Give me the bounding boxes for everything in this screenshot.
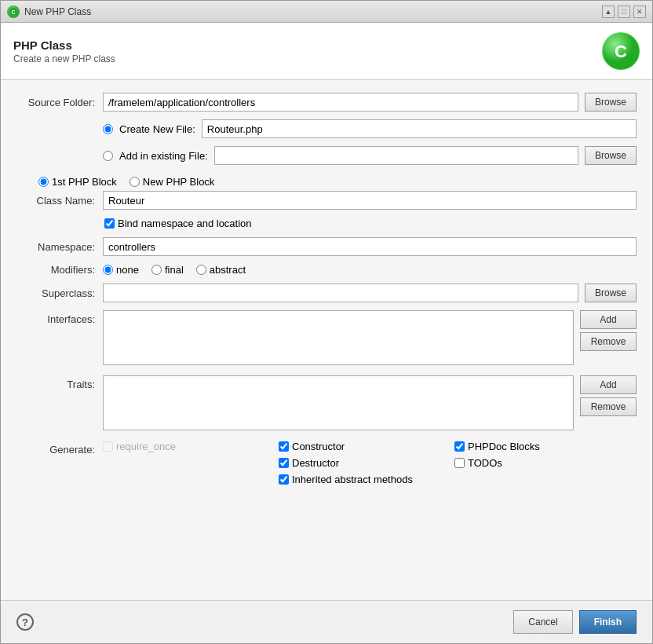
source-folder-row: Source Folder: /framelem/application/con… (16, 93, 637, 112)
superclass-label: Superclass: (16, 287, 103, 299)
add-existing-file-radio-label[interactable]: Add in existing File: (119, 150, 208, 162)
modifier-final-label[interactable]: final (165, 264, 184, 276)
footer-buttons: Cancel Finish (513, 610, 637, 634)
svg-text:C: C (615, 42, 627, 61)
destructor-checkbox[interactable] (279, 458, 289, 468)
page-subtitle: Create a new PHP class (13, 53, 115, 64)
titlebar: C New PHP Class ▲ □ ✕ (1, 1, 652, 23)
generate-row: Generate: require_once Constructor (16, 441, 637, 485)
constructor-wrapper: Constructor (279, 441, 436, 452)
traits-add-button[interactable]: Add (580, 375, 637, 394)
require-once-label[interactable]: require_once (116, 441, 176, 452)
bind-namespace-checkbox-wrapper: Bind namespace and location (104, 218, 252, 229)
require-once-checkbox[interactable] (103, 441, 113, 452)
interfaces-add-button[interactable]: Add (580, 310, 637, 329)
interfaces-textarea[interactable] (103, 310, 574, 365)
interfaces-buttons: Add Remove (580, 310, 637, 351)
source-folder-browse-button[interactable]: Browse (585, 93, 637, 112)
php-class-icon: C (7, 5, 20, 18)
php-block-1st-option: 1st PHP Block (38, 176, 117, 188)
php-block-1st-label[interactable]: 1st PHP Block (52, 176, 117, 188)
source-folder-input[interactable]: /framelem/application/controllers (103, 93, 578, 112)
php-block-new-radio[interactable] (130, 177, 140, 187)
todos-label[interactable]: TODOs (468, 457, 502, 469)
existing-file-browse-button[interactable]: Browse (585, 146, 637, 165)
generate-label: Generate: (16, 441, 103, 456)
modifier-abstract-label[interactable]: abstract (210, 264, 246, 276)
phpdoc-label[interactable]: PHPDoc Blocks (468, 441, 540, 452)
constructor-checkbox[interactable] (279, 441, 289, 452)
php-block-1st-radio[interactable] (38, 177, 49, 187)
destructor-wrapper: Destructor (279, 457, 436, 469)
interfaces-remove-button[interactable]: Remove (580, 332, 637, 351)
bind-namespace-checkbox[interactable] (104, 218, 115, 229)
add-existing-file-radio[interactable] (103, 151, 113, 161)
help-button[interactable]: ? (16, 613, 34, 631)
interfaces-row: Interfaces: Add Remove (16, 310, 637, 368)
traits-content: Add Remove (103, 375, 637, 433)
interfaces-label: Interfaces: (16, 310, 103, 325)
minimize-button[interactable]: ▲ (602, 5, 615, 18)
superclass-input[interactable] (103, 284, 578, 302)
titlebar-left: C New PHP Class (7, 5, 91, 18)
inherited-label[interactable]: Inherited abstract methods (292, 474, 413, 485)
php-block-new-label[interactable]: New PHP Block (143, 176, 215, 188)
finish-button[interactable]: Finish (579, 610, 637, 634)
class-name-label: Class Name: (16, 195, 103, 207)
traits-remove-button[interactable]: Remove (580, 397, 637, 416)
php-block-new-option: New PHP Block (130, 176, 215, 188)
modifier-none-label[interactable]: none (116, 264, 139, 276)
new-file-input[interactable]: Routeur.php (202, 119, 637, 138)
modifier-none-radio[interactable] (103, 265, 113, 275)
traits-row: Traits: Add Remove (16, 375, 637, 433)
modifier-none-option: none (103, 264, 139, 276)
superclass-content: Browse (103, 284, 637, 302)
modifier-final-radio[interactable] (151, 265, 162, 275)
modifiers-label: Modifiers: (16, 264, 103, 276)
constructor-label[interactable]: Constructor (292, 441, 345, 452)
modifier-abstract-radio[interactable] (196, 265, 206, 275)
bind-namespace-row: Bind namespace and location (16, 218, 637, 229)
modifier-abstract-option: abstract (196, 264, 246, 276)
inherited-checkbox[interactable] (279, 474, 289, 485)
titlebar-controls: ▲ □ ✕ (602, 5, 646, 18)
bind-namespace-label[interactable]: Bind namespace and location (118, 218, 252, 229)
phpdoc-wrapper: PHPDoc Blocks (454, 441, 611, 452)
maximize-button[interactable]: □ (618, 5, 630, 18)
todos-wrapper: TODOs (454, 457, 611, 469)
page-title: PHP Class (13, 38, 115, 52)
namespace-input[interactable]: controllers (103, 237, 637, 256)
superclass-browse-button[interactable]: Browse (585, 284, 637, 302)
create-new-file-row: Create New File: Routeur.php (16, 119, 637, 138)
source-folder-label: Source Folder: (16, 97, 103, 108)
modifiers-row: Modifiers: none final abstract (16, 264, 637, 276)
existing-file-input[interactable] (214, 146, 578, 165)
generate-section: require_once Constructor Destructor (103, 441, 637, 485)
phpdoc-checkbox[interactable] (454, 441, 465, 452)
close-button[interactable]: ✕ (633, 5, 646, 18)
titlebar-title: New PHP Class (24, 6, 91, 17)
content: Source Folder: /framelem/application/con… (1, 80, 652, 600)
header-section: PHP Class Create a new PHP class C (1, 23, 652, 80)
create-new-file-radio-label[interactable]: Create New File: (119, 123, 195, 135)
destructor-label[interactable]: Destructor (292, 457, 339, 469)
modifiers-group: none final abstract (103, 264, 246, 276)
class-name-input[interactable]: Routeur (103, 191, 637, 210)
superclass-row: Superclass: Browse (16, 284, 637, 302)
php-block-options: 1st PHP Block New PHP Block (16, 173, 637, 191)
create-new-file-radio[interactable] (103, 124, 113, 134)
svg-text:C: C (11, 9, 15, 15)
generate-col-2: Constructor Destructor Inherited abstrac… (279, 441, 436, 485)
header-icon: C (602, 32, 640, 70)
cancel-button[interactable]: Cancel (513, 610, 572, 634)
traits-textarea[interactable] (103, 375, 574, 430)
traits-label: Traits: (16, 375, 103, 390)
require-once-wrapper: require_once (103, 441, 260, 452)
footer: ? Cancel Finish (1, 600, 652, 643)
window: C New PHP Class ▲ □ ✕ PHP Class Create a… (0, 0, 653, 644)
source-folder-content: /framelem/application/controllers Browse (103, 93, 637, 112)
todos-checkbox[interactable] (454, 458, 465, 468)
generate-col-1: require_once (103, 441, 260, 485)
interfaces-content: Add Remove (103, 310, 637, 368)
header-text: PHP Class Create a new PHP class (13, 38, 115, 64)
